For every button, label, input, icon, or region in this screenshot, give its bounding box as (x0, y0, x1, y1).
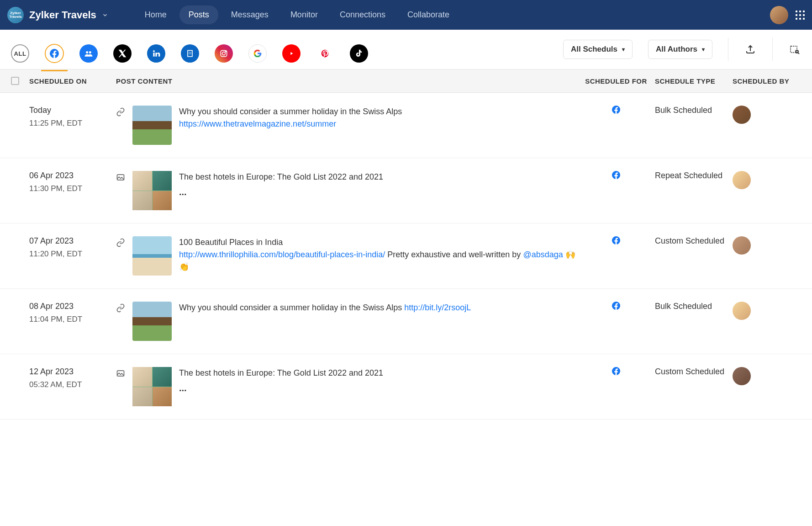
schedules-dropdown[interactable]: All Scheduls ▾ (563, 40, 633, 59)
link-icon (116, 238, 125, 247)
post-thumbnail (132, 236, 172, 276)
author-avatar[interactable] (733, 171, 751, 189)
post-date: Today (29, 106, 116, 115)
filter-all[interactable]: ALL (11, 44, 29, 63)
post-text: The best hotels in Europe: The Gold List… (179, 172, 383, 181)
post-link[interactable]: http://bit.ly/2rsoojL (404, 303, 471, 312)
svg-point-0 (86, 51, 88, 53)
nav-home[interactable]: Home (136, 5, 176, 24)
facebook-icon (612, 106, 620, 114)
post-date: 12 Apr 2023 (29, 367, 116, 377)
facebook-icon (612, 171, 620, 179)
export-icon[interactable] (744, 43, 757, 56)
post-link[interactable]: http://www.thrillophilia.com/blog/beauti… (179, 250, 385, 259)
header-scheduled-on: SCHEDULED ON (29, 77, 116, 85)
svg-rect-3 (189, 52, 190, 53)
youtube-icon[interactable] (282, 44, 301, 63)
header-scheduled-for: SCHEDULED FOR (577, 77, 655, 85)
header-post-content: POST CONTENT (116, 77, 577, 85)
post-time: 05:32 AM, EDT (29, 380, 116, 389)
schedule-type: Custom Scheduled (655, 236, 733, 276)
link-icon (116, 303, 125, 313)
author-avatar[interactable] (733, 367, 751, 385)
post-link[interactable]: https://www.thetravelmagazine.net/summer (179, 119, 336, 128)
table-row[interactable]: 08 Apr 2023 11:04 PM, EDT Why you should… (0, 289, 812, 354)
calendar-search-icon[interactable] (788, 43, 801, 56)
svg-rect-5 (189, 53, 190, 54)
user-avatar[interactable] (770, 6, 788, 24)
schedule-type: Custom Scheduled (655, 367, 733, 406)
svg-rect-6 (190, 53, 191, 54)
select-all-checkbox[interactable] (11, 77, 19, 85)
svg-rect-4 (190, 52, 191, 53)
author-avatar[interactable] (733, 236, 751, 255)
table-row[interactable]: Today 11:25 PM, EDT Why you should consi… (0, 93, 812, 158)
post-text: 100 Beautiful Places in India (179, 238, 283, 247)
brand-selector[interactable]: ZylkerTravels Zylker Travels (7, 7, 108, 23)
apps-icon[interactable] (796, 11, 805, 20)
image-icon (116, 173, 125, 182)
table-row[interactable]: 06 Apr 2023 11:30 PM, EDT The best hotel… (0, 158, 812, 223)
post-mention[interactable]: @absdaga (523, 250, 563, 259)
table-row[interactable]: 12 Apr 2023 05:32 AM, EDT The best hotel… (0, 354, 812, 420)
facebook-icon (612, 302, 620, 310)
post-ellipsis: ... (179, 185, 383, 199)
nav-connections[interactable]: Connections (331, 5, 395, 24)
facebook-icon (612, 367, 620, 375)
post-text: Why you should consider a summer holiday… (179, 107, 402, 116)
post-date: 07 Apr 2023 (29, 236, 116, 246)
header-schedule-type: SCHEDULE TYPE (655, 77, 733, 85)
svg-point-8 (222, 52, 226, 55)
nav-posts[interactable]: Posts (179, 5, 218, 24)
table-row[interactable]: 07 Apr 2023 11:20 PM, EDT 100 Beautiful … (0, 223, 812, 289)
topbar: ZylkerTravels Zylker Travels Home Posts … (0, 0, 812, 30)
chevron-down-icon (102, 9, 108, 21)
facebook-icon (612, 236, 620, 244)
nav-collaborate[interactable]: Collaborate (398, 5, 459, 24)
brand-logo: ZylkerTravels (7, 7, 24, 23)
instagram-icon[interactable] (215, 44, 233, 63)
post-date: 08 Apr 2023 (29, 302, 116, 311)
linkedin-page-icon[interactable] (181, 44, 199, 63)
tiktok-icon[interactable] (350, 44, 368, 63)
author-avatar[interactable] (733, 302, 751, 320)
schedules-dropdown-label: All Scheduls (571, 45, 617, 54)
post-time: 11:25 PM, EDT (29, 119, 116, 128)
post-text: Why you should consider a summer holiday… (179, 303, 404, 312)
pinterest-icon[interactable] (316, 44, 334, 63)
x-twitter-icon[interactable] (113, 44, 132, 63)
image-icon (116, 369, 125, 378)
chevron-down-icon: ▾ (702, 46, 705, 53)
post-time: 11:20 PM, EDT (29, 250, 116, 259)
svg-point-9 (225, 51, 226, 52)
post-thumbnail (132, 367, 172, 406)
facebook-icon[interactable] (45, 44, 64, 63)
schedule-type: Bulk Scheduled (655, 302, 733, 341)
authors-dropdown-label: All Authors (656, 45, 697, 54)
link-icon (116, 107, 125, 117)
nav-monitor[interactable]: Monitor (281, 5, 327, 24)
linkedin-icon[interactable] (147, 44, 165, 63)
google-business-icon[interactable] (248, 44, 267, 63)
post-text: The best hotels in Europe: The Gold List… (179, 368, 383, 377)
post-thumbnail (132, 106, 172, 145)
table-header: SCHEDULED ON POST CONTENT SCHEDULED FOR … (0, 69, 812, 93)
post-thumbnail (132, 171, 172, 210)
post-date: 06 Apr 2023 (29, 171, 116, 181)
header-scheduled-by: SCHEDULED BY (733, 77, 801, 85)
author-avatar[interactable] (733, 106, 751, 124)
schedule-type: Bulk Scheduled (655, 106, 733, 145)
main-nav: Home Posts Messages Monitor Connections … (136, 5, 459, 24)
nav-messages[interactable]: Messages (222, 5, 278, 24)
post-time: 11:30 PM, EDT (29, 184, 116, 193)
schedule-type: Repeat Scheduled (655, 171, 733, 210)
filter-bar: ALL All Scheduls ▾ All Authors ▾ (0, 30, 812, 69)
post-time: 11:04 PM, EDT (29, 315, 116, 324)
svg-rect-2 (188, 50, 192, 56)
post-text-after: Pretty exhaustive and well-written by (385, 250, 523, 259)
authors-dropdown[interactable]: All Authors ▾ (648, 40, 712, 59)
svg-point-1 (89, 51, 91, 53)
facebook-groups-icon[interactable] (79, 44, 98, 63)
brand-name: Zylker Travels (29, 9, 96, 21)
post-thumbnail (132, 302, 172, 341)
